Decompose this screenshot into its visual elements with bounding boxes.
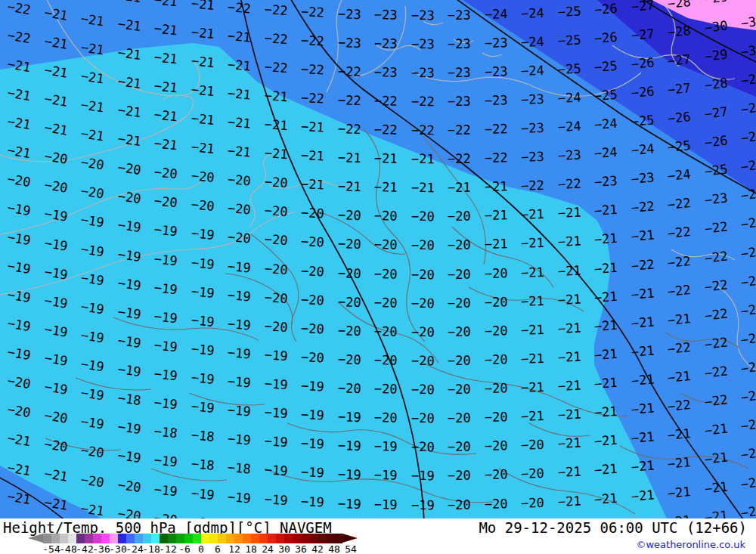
temp-label: −21 [631, 401, 655, 416]
temp-label: −20 [411, 326, 434, 339]
legend-segment [93, 534, 101, 543]
temp-label: −23 [448, 67, 471, 79]
temp-label: −25 [593, 60, 618, 74]
temp-label: −21 [227, 29, 251, 45]
temp-label: −21 [740, 446, 756, 462]
temp-label: −21 [667, 426, 691, 441]
temp-label: −23 [374, 8, 398, 22]
temp-label: −22 [264, 32, 288, 46]
temp-label: −22 [227, 1, 251, 16]
temp-label: −19 [43, 294, 68, 311]
temp-label: −19 [191, 314, 215, 329]
temp-label: −21 [667, 484, 691, 500]
map-datetime: Mo 29-12-2025 06:00 UTC (12+66) [479, 519, 747, 536]
temp-label: −26 [740, 158, 756, 174]
temp-label: −20 [411, 210, 434, 223]
temp-label: −23 [740, 187, 756, 203]
legend-tick-label: 0 [198, 543, 204, 554]
temp-label: −21 [153, 137, 178, 152]
legend-tick-label: 54 [345, 543, 357, 554]
temp-label: −23 [521, 150, 544, 164]
temp-label: −23 [521, 93, 544, 107]
temp-label: −20 [301, 265, 325, 279]
temp-label: −25 [557, 5, 581, 19]
temp-label: −22 [484, 152, 507, 166]
temp-label: −24 [557, 91, 581, 105]
temp-label: −20 [337, 296, 361, 309]
temp-label: −20 [153, 512, 178, 518]
temp-label: −20 [374, 209, 398, 223]
temp-label: −21 [557, 234, 581, 249]
temp-label: −24 [521, 64, 544, 78]
temp-label: −26 [593, 2, 618, 17]
temp-label: −27 [631, 27, 655, 42]
temp-label: −20 [411, 412, 434, 425]
temp-label: −23 [448, 38, 471, 51]
temp-label: −19 [116, 277, 141, 292]
temp-label: −20 [411, 383, 434, 396]
temp-label: −20 [116, 161, 141, 177]
temp-label: −22 [448, 124, 471, 137]
temp-label: −20 [337, 209, 361, 222]
temp-label: −23 [740, 245, 756, 261]
temp-label: −21 [484, 238, 507, 252]
temp-label: −20 [301, 235, 325, 249]
temp-label: −21 [740, 475, 756, 491]
temp-label: −20 [43, 438, 68, 454]
temp-label: −21 [7, 115, 32, 132]
temp-label: −25 [631, 113, 655, 128]
temp-label: −19 [227, 432, 251, 447]
temp-label: −26 [631, 56, 655, 71]
temp-label: −31 [740, 14, 756, 30]
temp-label: −22 [667, 398, 691, 413]
temp-label: −22 [374, 123, 398, 137]
temp-label: −21 [116, 75, 141, 91]
legend-arrow-left [28, 534, 43, 543]
temp-label: −22 [740, 360, 756, 376]
temp-label: −21 [43, 35, 68, 51]
temp-label: −19 [80, 271, 105, 287]
temp-label: −20 [337, 324, 361, 338]
temp-label: −23 [411, 67, 434, 79]
temp-label: −20 [264, 320, 288, 334]
temp-label: −19 [43, 207, 68, 224]
temp-label: −21 [7, 490, 32, 506]
legend-segment [43, 534, 51, 543]
temp-label: −19 [227, 289, 251, 304]
temp-label: −18 [191, 429, 215, 444]
temp-label: −19 [301, 379, 325, 394]
temp-label: −21 [7, 461, 32, 478]
temp-label: −21 [116, 46, 141, 62]
legend-tick-label: -30 [109, 543, 126, 554]
legend-segment [226, 534, 234, 543]
temp-label: −21 [557, 350, 581, 364]
temp-label: −20 [301, 206, 325, 221]
temp-label: −20 [301, 322, 325, 336]
temp-label: −20 [80, 156, 105, 172]
temp-label: −29 [704, 48, 728, 63]
temp-label: −20 [521, 497, 544, 510]
temp-label: −22 [667, 254, 691, 269]
legend-tick-label: -12 [159, 543, 176, 554]
temp-label: −21 [227, 58, 251, 73]
temp-label: −18 [153, 425, 178, 440]
legend-segment [51, 534, 60, 543]
temp-label: −23 [593, 175, 618, 189]
temp-label: −19 [43, 380, 68, 397]
temp-label: −26 [704, 135, 728, 150]
temp-label: −19 [191, 227, 215, 242]
temp-label: −21 [301, 120, 325, 135]
temp-label: −22 [301, 34, 325, 48]
temp-label: −23 [411, 9, 434, 22]
temp-label: −19 [153, 339, 178, 354]
temp-label: −20 [7, 172, 32, 189]
temp-label: −19 [153, 396, 178, 411]
legend-segment [101, 534, 110, 543]
temp-label: −20 [374, 268, 398, 281]
temp-label: −23 [484, 94, 507, 108]
temp-label: −19 [80, 386, 105, 402]
temp-label: −21 [448, 181, 471, 194]
legend-segment [160, 534, 168, 543]
legend-tick-label: 18 [245, 543, 257, 554]
temp-label: −19 [191, 256, 215, 271]
